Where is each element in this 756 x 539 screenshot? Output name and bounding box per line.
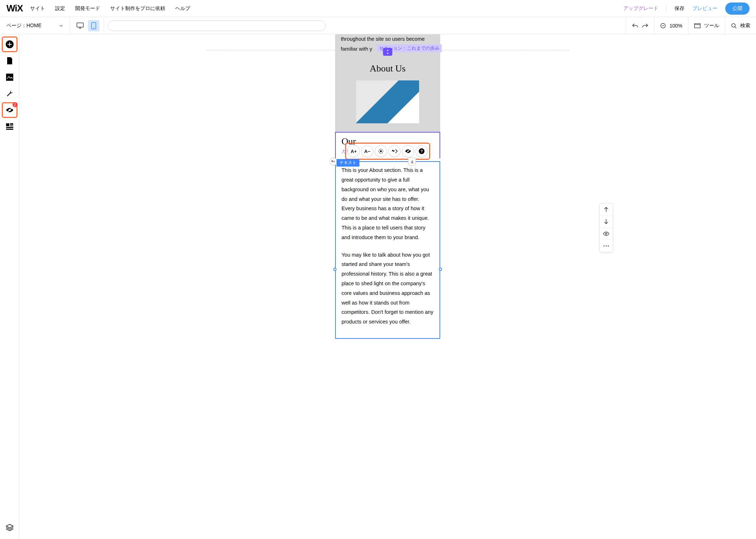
search-icon <box>731 23 737 29</box>
zoom-value: 100% <box>669 23 682 29</box>
left-rail: 2 <box>0 34 19 539</box>
text-edit-toolbar: A+ A− ? <box>346 144 429 159</box>
selected-text-wrapper: テキスト This is your About section. This is… <box>335 161 440 339</box>
save-button[interactable]: 保存 <box>674 5 684 12</box>
hidden-count-badge: 2 <box>13 102 18 107</box>
zoom-out-icon <box>660 23 666 29</box>
font-decrease-button[interactable]: A− <box>361 145 373 157</box>
background-icon <box>6 74 13 81</box>
svg-point-21 <box>608 246 609 247</box>
menu-devmode[interactable]: 開発モード <box>75 5 100 12</box>
eye-slash-icon <box>5 107 14 114</box>
desktop-icon <box>77 23 84 29</box>
chevron-down-icon <box>59 24 63 28</box>
help-button[interactable]: ? <box>416 145 428 157</box>
download-chip[interactable] <box>408 158 416 165</box>
arrow-up-icon <box>604 207 609 212</box>
undo-button[interactable] <box>632 23 638 29</box>
about-paragraph-1: This is your About section. This is a gr… <box>342 165 434 242</box>
dots-icon <box>603 245 609 247</box>
layout-icon <box>6 123 13 130</box>
undo-small-icon <box>331 159 335 164</box>
add-element-button[interactable] <box>3 37 17 51</box>
pages-button[interactable] <box>3 54 17 68</box>
animation-button[interactable] <box>388 145 401 157</box>
about-paragraph-2: You may like to talk about how you got s… <box>342 250 434 327</box>
settings-button[interactable] <box>3 86 17 101</box>
floating-element-tools <box>599 203 613 252</box>
text-settings-button[interactable] <box>375 145 387 157</box>
move-down-button[interactable] <box>600 216 613 228</box>
tools-icon <box>694 23 701 28</box>
menu-site[interactable]: サイト <box>30 5 45 12</box>
selection-type-label[interactable]: テキスト <box>337 159 359 167</box>
section-drag-handle[interactable] <box>383 48 392 56</box>
upgrade-link[interactable]: アップグレード <box>623 5 658 12</box>
main-menu: サイト 設定 開発モード サイト制作をプロに依頼 ヘルプ <box>30 5 190 12</box>
canvas[interactable]: throughout the site so users become fami… <box>19 34 756 539</box>
move-up-button[interactable] <box>600 203 613 216</box>
svg-rect-11 <box>10 125 13 126</box>
menu-settings[interactable]: 設定 <box>55 5 65 12</box>
background-button[interactable] <box>3 70 17 84</box>
svg-point-5 <box>732 24 735 27</box>
svg-rect-4 <box>694 24 700 28</box>
mobile-icon <box>91 22 96 29</box>
animation-icon <box>391 149 398 154</box>
layout-button[interactable] <box>3 119 17 134</box>
gear-icon <box>378 148 384 154</box>
eye-icon <box>603 232 609 236</box>
menu-help[interactable]: ヘルプ <box>175 5 190 12</box>
undo-redo-group <box>626 17 654 34</box>
svg-rect-9 <box>6 123 9 126</box>
layout: 2 throughout the site so users become fa… <box>0 34 756 539</box>
page-selector[interactable]: ページ：HOME <box>0 23 70 29</box>
visibility-button[interactable] <box>600 228 613 240</box>
about-text-element[interactable]: This is your About section. This is a gr… <box>335 161 440 339</box>
font-increase-button[interactable]: A+ <box>348 145 360 157</box>
search-button[interactable]: 検索 <box>725 17 756 34</box>
arrow-down-icon <box>604 219 609 224</box>
restore-button[interactable] <box>329 158 337 165</box>
redo-button[interactable] <box>642 23 648 29</box>
url-bar <box>108 20 326 31</box>
wrench-icon <box>6 90 14 98</box>
more-options-button[interactable] <box>600 240 613 252</box>
topbar-right: アップグレード 保存 プレビュー 公開 <box>623 3 750 15</box>
about-us-image[interactable] <box>356 80 419 123</box>
search-label: 検索 <box>740 23 750 29</box>
layers-button[interactable] <box>3 520 17 535</box>
svg-point-18 <box>605 233 607 234</box>
hidden-elements-button[interactable]: 2 <box>3 103 17 117</box>
device-switcher <box>70 17 104 34</box>
svg-rect-13 <box>6 129 13 130</box>
svg-point-14 <box>380 150 382 152</box>
layers-icon <box>6 524 14 531</box>
resize-handle-right[interactable] <box>439 268 442 271</box>
zoom-control[interactable]: 100% <box>654 17 688 34</box>
page-icon <box>6 57 13 65</box>
mobile-view-button[interactable] <box>88 20 99 31</box>
page-label: ページ：HOME <box>6 23 41 29</box>
secondbar-right: 100% ツール 検索 <box>626 17 756 34</box>
about-us-heading[interactable]: About Us <box>341 63 435 74</box>
hide-element-button[interactable] <box>402 145 414 157</box>
svg-rect-10 <box>10 123 13 125</box>
publish-button[interactable]: 公開 <box>725 3 750 15</box>
section-about-us[interactable]: throughout the site so users become fami… <box>335 34 440 132</box>
svg-point-2 <box>93 28 94 28</box>
url-input[interactable] <box>108 20 326 31</box>
svg-rect-12 <box>6 127 13 128</box>
resize-handle-left[interactable] <box>333 268 337 271</box>
menu-hire-pro[interactable]: サイト制作をプロに依頼 <box>110 5 165 12</box>
desktop-view-button[interactable] <box>74 20 86 31</box>
plus-circle-icon <box>5 40 14 49</box>
second-bar: ページ：HOME 100% <box>0 17 756 34</box>
svg-point-19 <box>604 246 605 247</box>
tools-button[interactable]: ツール <box>688 17 725 34</box>
tools-label: ツール <box>704 23 719 29</box>
drag-vertical-icon <box>385 49 390 54</box>
download-icon <box>410 160 414 164</box>
preview-button[interactable]: プレビュー <box>692 5 717 12</box>
eye-slash-icon <box>405 149 411 154</box>
